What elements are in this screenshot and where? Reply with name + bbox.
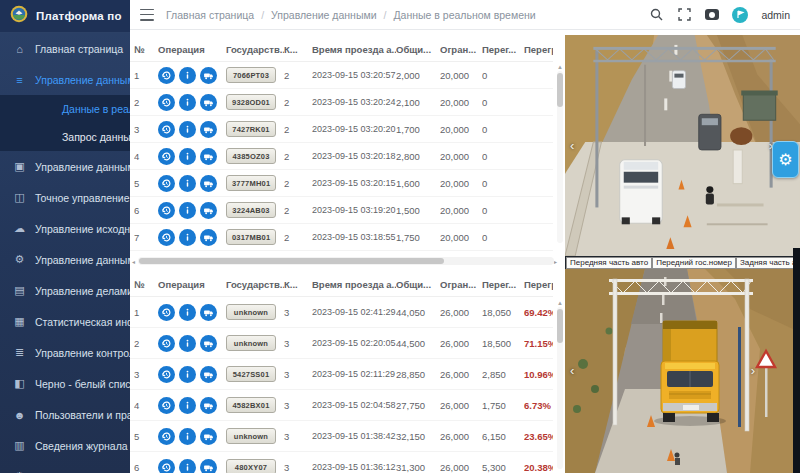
info-button[interactable] [179, 459, 196, 473]
vehicle-photo-button[interactable] [200, 202, 217, 219]
sidebar-item[interactable]: Запрос данных [0, 123, 130, 151]
info-button[interactable] [179, 148, 196, 165]
sidebar-item[interactable]: ◫ Точное управление дан [0, 182, 130, 213]
plate-chip[interactable]: unknown [226, 335, 276, 351]
history-button[interactable] [158, 67, 175, 84]
vertical-scrollbar[interactable]: ▲ [556, 64, 564, 244]
plate-chip[interactable]: 5427SS01 [226, 366, 276, 382]
history-button[interactable] [158, 94, 175, 111]
sidebar-item[interactable]: ≣ Управление контрольны [0, 337, 130, 368]
vehicle-photo-button[interactable] [200, 304, 217, 321]
sidebar-item[interactable]: Данные в реальном времени [0, 95, 130, 123]
table-row[interactable]: 5 3777MH01 2 2023-09-15 0 [130, 170, 553, 197]
column-header[interactable]: Огран... [440, 44, 482, 55]
vscroll-thumb[interactable] [557, 73, 563, 107]
avatar[interactable] [732, 7, 748, 23]
info-button[interactable] [179, 121, 196, 138]
collapse-sidebar-icon[interactable] [140, 9, 154, 21]
photo-next-icon[interactable]: › [751, 365, 755, 377]
sidebar-item[interactable]: ▥ Сведения журнала ∨ [0, 430, 130, 461]
column-header[interactable]: № [134, 44, 158, 55]
plate-chip[interactable]: 3224AB03 [226, 202, 276, 218]
scroll-up-icon[interactable]: ▲ [557, 64, 563, 70]
plate-chip[interactable]: 9328OD01 [226, 94, 276, 110]
history-button[interactable] [158, 459, 175, 473]
vehicle-photo-button[interactable] [200, 459, 217, 473]
table-row[interactable]: 4 4582BX01 3 2023-09-15 0 [130, 390, 553, 421]
column-header[interactable]: К... [284, 44, 312, 55]
history-button[interactable] [158, 366, 175, 383]
vehicle-photo-button[interactable] [200, 175, 217, 192]
column-header[interactable]: Операция [158, 279, 226, 290]
sidebar-item[interactable]: ☁ Управление исходными [0, 213, 130, 244]
sidebar-item[interactable]: ☻ Пользователи и права д [0, 399, 130, 430]
vehicle-photo-button[interactable] [200, 229, 217, 246]
table-row[interactable]: 6 480XY07 3 2023-09-15 01 [130, 452, 553, 473]
vehicle-photo-button[interactable] [200, 121, 217, 138]
history-button[interactable] [158, 304, 175, 321]
info-button[interactable] [179, 202, 196, 219]
table-row[interactable]: 1 7066PT03 2 2023-09-15 0 [130, 62, 553, 89]
history-button[interactable] [158, 428, 175, 445]
sidebar-item[interactable]: ◧ Черно - белый список [0, 368, 130, 399]
history-button[interactable] [158, 121, 175, 138]
table-row[interactable]: 5 unknown 3 2023-09-15 01 [130, 421, 553, 452]
table-row[interactable]: 4 4385OZ03 2 2023-09-15 0 [130, 143, 553, 170]
plate-chip[interactable]: 480XY07 [226, 459, 276, 473]
column-header[interactable]: Государств... [226, 279, 284, 290]
sidebar-item[interactable]: ▣ Управление данными вн [0, 151, 130, 182]
photo-caption-chip[interactable]: Передняя часть авто [566, 257, 652, 269]
breadcrumb-item[interactable]: Данные в реальном времени [377, 9, 536, 21]
horizontal-scrollbar[interactable]: ◂ ▸ [132, 256, 560, 266]
column-header[interactable]: К... [284, 279, 312, 290]
table-row[interactable]: 2 unknown 3 2023-09-15 02 [130, 328, 553, 359]
column-header[interactable]: Огран... [440, 279, 482, 290]
column-header[interactable]: Перег... [482, 44, 524, 55]
settings-fab-gear-icon[interactable]: ⚙ [772, 141, 799, 178]
vehicle-photo-button[interactable] [200, 94, 217, 111]
photo-caption-chip[interactable]: Задняя часть авто [736, 257, 800, 269]
layout-icon[interactable] [705, 9, 719, 20]
info-button[interactable] [179, 397, 196, 414]
scroll-right-icon[interactable]: ▸ [554, 258, 560, 265]
vehicle-photo-button[interactable] [200, 366, 217, 383]
photo-caption-chip[interactable]: Передний гос.номер [652, 257, 736, 269]
photo-prev-icon[interactable]: ‹ [570, 140, 574, 152]
sidebar-item[interactable]: ⌂ Главная страница [0, 33, 130, 64]
info-button[interactable] [179, 175, 196, 192]
plate-chip[interactable]: 4385OZ03 [226, 148, 276, 164]
plate-chip[interactable]: 7066PT03 [226, 67, 276, 83]
vehicle-photo-button[interactable] [200, 67, 217, 84]
info-button[interactable] [179, 229, 196, 246]
table-row[interactable]: 1 unknown 3 2023-09-15 02 [130, 297, 553, 328]
sidebar-item[interactable]: ⚙ Настройки [0, 461, 130, 473]
breadcrumb-item[interactable]: Главная страница [166, 9, 254, 21]
plate-chip[interactable]: unknown [226, 428, 276, 444]
sidebar-item[interactable]: ▤ Управление делами ∨ [0, 275, 130, 306]
column-header[interactable]: Время проезда а... [312, 44, 396, 55]
vehicle-photo-button[interactable] [200, 428, 217, 445]
info-button[interactable] [179, 428, 196, 445]
info-button[interactable] [179, 366, 196, 383]
history-button[interactable] [158, 175, 175, 192]
vehicle-photo-front[interactable]: ‹ › [565, 35, 800, 256]
sidebar-item[interactable]: ⚙ Управление данными [0, 244, 130, 275]
sidebar-item[interactable]: ≡ Управление данными [0, 64, 130, 95]
plate-chip[interactable]: 0317MB01 [226, 229, 276, 245]
history-button[interactable] [158, 335, 175, 352]
table-row[interactable]: 6 3224AB03 2 2023-09-15 0 [130, 197, 553, 224]
plate-chip[interactable]: unknown [226, 304, 276, 320]
photo-prev-icon[interactable]: ‹ [570, 365, 574, 377]
table-row[interactable]: 3 5427SS01 3 2023-09-15 0 [130, 359, 553, 390]
vehicle-photo-button[interactable] [200, 335, 217, 352]
history-button[interactable] [158, 229, 175, 246]
table-row[interactable]: 7 0317MB01 2 2023-09-15 0 [130, 224, 553, 251]
table-row[interactable]: 2 9328OD01 2 2023-09-15 0 [130, 89, 553, 116]
table-row[interactable]: 3 7427RK01 2 2023-09-15 0 [130, 116, 553, 143]
column-header[interactable]: Перег... [482, 279, 524, 290]
info-button[interactable] [179, 335, 196, 352]
plate-chip[interactable]: 4582BX01 [226, 397, 276, 413]
info-button[interactable] [179, 67, 196, 84]
fullscreen-icon[interactable] [677, 7, 692, 22]
column-header[interactable]: Время проезда а... [312, 279, 396, 290]
